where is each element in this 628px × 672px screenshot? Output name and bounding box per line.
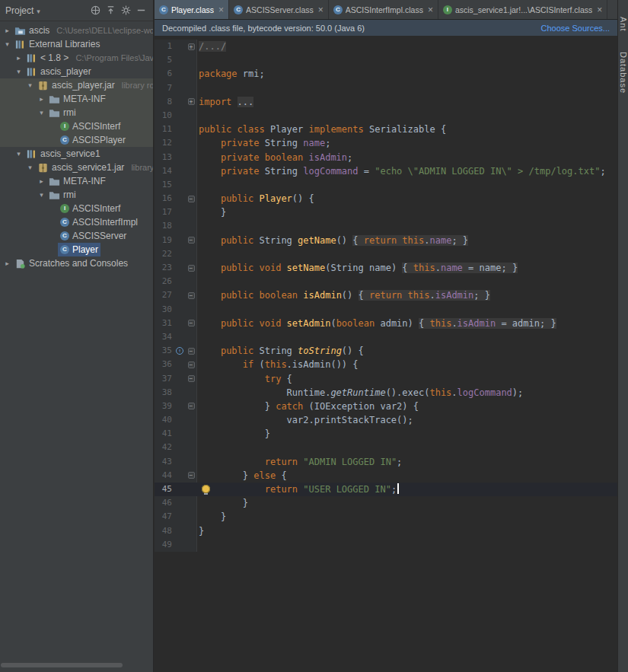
tree-item-ascis-service1-jar[interactable]: ▾ascis_service1.jarlibrary root <box>0 161 153 174</box>
code-line-39[interactable]: 39− } catch (IOException var2) { <box>155 400 617 413</box>
tree-item-ascisinterfimpl[interactable]: CASCISInterfImpl <box>0 215 153 229</box>
editor-tab-ascisserver-class[interactable]: CASCISServer.class× <box>229 0 329 19</box>
code-line-38[interactable]: 38 Runtime.getRuntime().exec(this.logCom… <box>155 386 617 400</box>
chevron-right-icon[interactable]: ▸ <box>2 27 12 34</box>
tree-item-ascisserver[interactable]: CASCISServer <box>0 229 153 243</box>
code-line-37[interactable]: 37− try { <box>155 372 617 386</box>
tree-item-ascis-service1[interactable]: ▾ascis_service1 <box>0 147 153 161</box>
code-line-31[interactable]: 31− public void setAdmin(boolean admin) … <box>155 317 617 330</box>
code-line-18[interactable]: 18 <box>155 219 617 233</box>
close-icon[interactable]: × <box>318 5 324 14</box>
code-line-8[interactable]: 8+import ... <box>155 95 617 109</box>
code-line-48[interactable]: 48} <box>155 524 617 538</box>
fold-plus-icon[interactable]: + <box>185 98 197 105</box>
editor-tab-player-class[interactable]: CPlayer.class× <box>155 0 229 19</box>
code-line-47[interactable]: 47 } <box>155 510 617 524</box>
chevron-down-icon[interactable]: ▾ <box>25 81 35 89</box>
tree-item-ascisplayer[interactable]: CASCISPlayer <box>0 133 153 147</box>
code-line-5[interactable]: 5 <box>155 53 617 67</box>
code-line-1[interactable]: 1+/.../ <box>155 40 617 53</box>
code-line-16[interactable]: 16− public Player() { <box>155 192 617 205</box>
toolwindow-button-database[interactable]: Database <box>619 52 628 94</box>
code-line-6[interactable]: 6package rmi; <box>155 67 617 81</box>
chevron-right-icon[interactable]: ▸ <box>37 95 46 103</box>
code-line-10[interactable]: 10 <box>155 109 617 123</box>
tree-item-rmi[interactable]: ▾rmi <box>0 106 153 119</box>
fold-minus-icon[interactable]: − <box>185 472 197 479</box>
code-line-17[interactable]: 17 } <box>155 205 617 219</box>
fold-minus-icon[interactable]: − <box>185 403 197 409</box>
code-line-22[interactable]: 22 <box>155 247 617 261</box>
editor-tab-ascisinterfimpl-class[interactable]: CASCISInterfImpl.class× <box>329 0 438 19</box>
code-line-46[interactable]: 46 } <box>155 496 617 510</box>
code-line-14[interactable]: 14 private String logCommand = "echo \"A… <box>155 164 617 178</box>
chevron-right-icon[interactable]: ▸ <box>2 260 12 267</box>
code-line-42[interactable]: 42 <box>155 441 617 454</box>
close-icon[interactable]: × <box>597 5 602 14</box>
chevron-down-icon[interactable]: ▾ <box>37 109 46 116</box>
fold-minus-icon[interactable]: − <box>185 320 197 326</box>
locate-file-icon[interactable] <box>89 4 102 17</box>
choose-sources-link[interactable]: Choose Sources... <box>541 24 610 33</box>
fold-minus-icon[interactable]: − <box>185 375 197 382</box>
hide-panel-icon[interactable] <box>135 4 148 17</box>
tree-item-ascis-player[interactable]: ▾ascis_player <box>0 65 153 78</box>
code-line-35[interactable]: 35↑− public String toString() { <box>155 344 617 358</box>
settings-gear-icon[interactable] <box>120 4 132 17</box>
tree-item-scratches-and-consoles[interactable]: ▸Scratches and Consoles <box>0 256 153 270</box>
fold-minus-icon[interactable]: − <box>185 292 197 299</box>
chevron-right-icon[interactable]: ▸ <box>37 177 46 185</box>
fold-plus-icon[interactable]: + <box>185 43 197 50</box>
tree-item-external-libraries[interactable]: ▾External Libraries <box>0 37 153 51</box>
tree-item-ascisinterf[interactable]: IASCISInterf <box>0 119 153 133</box>
close-icon[interactable]: × <box>218 5 224 14</box>
code-line-30[interactable]: 30 <box>155 303 617 317</box>
editor-tab-ascis-service1-jar-ascisinterf-class[interactable]: Iascis_service1.jar!...\ASCISInterf.clas… <box>438 0 607 19</box>
code-editor[interactable]: 1+/.../56package rmi;78+import ...1011pu… <box>155 37 617 672</box>
collapse-all-icon[interactable] <box>104 4 117 17</box>
fold-minus-icon[interactable]: − <box>185 196 197 202</box>
code-line-23[interactable]: 23− public void setName(String name) { t… <box>155 261 617 275</box>
code-line-13[interactable]: 13 private boolean isAdmin; <box>155 151 617 164</box>
tree-item-ascis-player-jar[interactable]: ▾ascis_player.jarlibrary root <box>0 78 153 92</box>
line-number: 31 <box>155 317 174 330</box>
fold-minus-icon[interactable]: − <box>185 237 197 244</box>
tree-item-ascis[interactable]: ▸ascisC:\Users\DELL\eclipse-worksp... <box>0 24 153 37</box>
toolwindow-button-ant[interactable]: Ant <box>619 17 628 32</box>
horizontal-scrollbar[interactable] <box>1 663 123 667</box>
chevron-right-icon[interactable]: ▸ <box>14 54 24 62</box>
code-line-44[interactable]: 44− } else { <box>155 469 617 483</box>
fold-minus-icon[interactable]: − <box>185 265 197 272</box>
intention-lightbulb-icon[interactable] <box>202 485 210 493</box>
tree-item-meta-inf[interactable]: ▸META-INF <box>0 174 153 188</box>
code-line-7[interactable]: 7 <box>155 81 617 95</box>
close-icon[interactable]: × <box>428 5 433 14</box>
code-line-11[interactable]: 11public class Player implements Seriali… <box>155 123 617 136</box>
code-line-12[interactable]: 12 private String name; <box>155 136 617 150</box>
fold-minus-icon[interactable]: − <box>185 361 197 368</box>
code-line-40[interactable]: 40 var2.printStackTrace(); <box>155 413 617 427</box>
chevron-down-icon[interactable]: ▾ <box>14 68 24 75</box>
code-line-34[interactable]: 34 <box>155 330 617 344</box>
tree-item-1-8[interactable]: ▸< 1.8 >C:\Program Files\Java\jd... <box>0 51 153 65</box>
chevron-down-icon[interactable]: ▾ <box>2 40 12 48</box>
chevron-down-icon[interactable]: ▾ <box>25 164 35 171</box>
override-marker-icon[interactable]: ↑ <box>174 347 185 355</box>
tree-item-player[interactable]: CPlayer <box>0 243 153 256</box>
code-line-27[interactable]: 27− public boolean isAdmin() { return th… <box>155 288 617 302</box>
tree-item-ascisinterf[interactable]: IASCISInterf <box>0 202 153 215</box>
code-line-43[interactable]: 43 return "ADMIN LOGGED IN"; <box>155 455 617 469</box>
code-line-49[interactable]: 49 <box>155 538 617 552</box>
code-line-36[interactable]: 36− if (this.isAdmin()) { <box>155 358 617 371</box>
code-line-45[interactable]: 45 return "USER LOGGED IN"; <box>155 483 617 496</box>
fold-minus-icon[interactable]: − <box>185 348 197 355</box>
project-view-selector[interactable]: Project <box>5 5 40 16</box>
code-line-41[interactable]: 41 } <box>155 427 617 441</box>
tree-item-meta-inf[interactable]: ▸META-INF <box>0 92 153 106</box>
chevron-down-icon[interactable]: ▾ <box>37 191 46 199</box>
code-line-26[interactable]: 26 <box>155 275 617 288</box>
chevron-down-icon[interactable]: ▾ <box>14 150 24 158</box>
tree-item-rmi[interactable]: ▾rmi <box>0 188 153 202</box>
code-line-19[interactable]: 19− public String getName() { return thi… <box>155 234 617 247</box>
code-line-15[interactable]: 15 <box>155 178 617 192</box>
